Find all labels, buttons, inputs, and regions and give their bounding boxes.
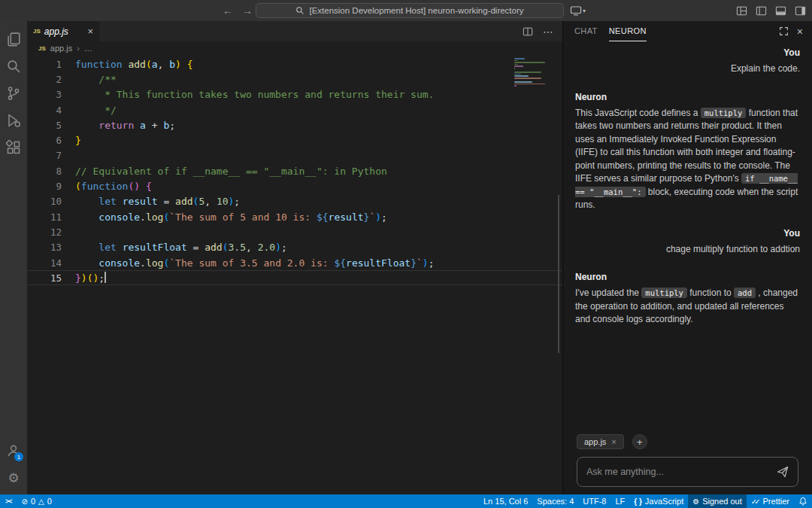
status-label: JavaScript xyxy=(645,497,683,506)
braces-icon: { } xyxy=(634,497,642,506)
code-line[interactable]: 10 let result = add(5, 10); xyxy=(27,194,562,209)
send-icon[interactable] xyxy=(777,466,789,478)
settings-gear-icon[interactable]: ⚙ xyxy=(0,464,27,491)
js-file-icon: JS xyxy=(38,45,46,52)
minimap[interactable] xyxy=(514,58,550,87)
js-file-icon: JS xyxy=(33,28,41,35)
text-cursor xyxy=(105,272,106,283)
tab-chat[interactable]: CHAT xyxy=(574,21,598,41)
code-line[interactable]: 4 */ xyxy=(27,102,562,117)
chat-input[interactable] xyxy=(586,467,777,477)
message-author: Neuron xyxy=(575,272,800,282)
status-encoding[interactable]: UTF-8 xyxy=(578,494,611,508)
search-sidebar-icon[interactable] xyxy=(0,53,27,80)
code-line-content: */ xyxy=(75,105,117,116)
remote-indicator[interactable]: >< xyxy=(0,494,17,508)
activity-bar: 1 ⚙ xyxy=(0,21,27,494)
code-line-content: * This function takes two numbers and re… xyxy=(75,89,434,100)
line-number: 1 xyxy=(27,59,62,70)
close-panel-icon[interactable]: × xyxy=(797,26,803,37)
line-number: 2 xyxy=(27,74,62,85)
tab-label: app.js xyxy=(44,26,68,37)
back-button[interactable]: ← xyxy=(223,5,233,17)
tab-neuron[interactable]: NEURON xyxy=(609,21,647,41)
tab-bar: JS app.js × ⋯ xyxy=(27,21,562,41)
context-chip-label: app.js xyxy=(584,437,606,446)
command-center-search[interactable]: [Extension Development Host] neuron-work… xyxy=(256,3,564,18)
code-line[interactable]: 9(function() { xyxy=(27,178,562,193)
breadcrumb[interactable]: JS app.js › … xyxy=(27,41,562,55)
customize-layout-icon[interactable] xyxy=(736,5,747,17)
status-indentation[interactable]: Spaces: 4 xyxy=(532,494,578,508)
remove-context-icon[interactable]: × xyxy=(611,438,616,446)
workbench: 1 ⚙ JS app.js × ⋯ JS app.js xyxy=(0,21,812,494)
toggle-secondary-sidebar-icon[interactable] xyxy=(795,5,806,17)
status-label: Spaces: 4 xyxy=(537,497,574,506)
status-language-mode[interactable]: { }JavaScript xyxy=(629,494,688,508)
more-actions-icon[interactable]: ⋯ xyxy=(543,26,553,38)
minimap-line xyxy=(514,84,545,85)
code-line[interactable]: 5 return a + b; xyxy=(27,117,562,132)
chat-footer: app.js × + xyxy=(563,434,812,494)
gear-icon: ⚙ xyxy=(692,497,699,506)
panel-header: CHAT NEURON × xyxy=(563,21,812,41)
breadcrumb-more[interactable]: … xyxy=(84,44,92,53)
code-line[interactable]: 15})(); xyxy=(27,270,562,285)
toggle-primary-sidebar-icon[interactable] xyxy=(756,5,767,17)
error-icon: ⊘ xyxy=(22,497,28,506)
code-line[interactable]: 2 /** xyxy=(27,71,562,87)
line-number: 12 xyxy=(27,227,62,238)
code-line-content: function add(a, b) { xyxy=(75,59,193,70)
extensions-icon[interactable] xyxy=(0,134,27,161)
code-line[interactable]: 12 xyxy=(27,224,562,239)
status-label: LF xyxy=(615,497,625,506)
inline-code-chip: multiply xyxy=(701,108,747,118)
status-problems[interactable]: ⊘ 0 △ 0 xyxy=(17,494,56,508)
chat-message-assistant: NeuronI've updated the multiply function… xyxy=(575,272,800,327)
context-chip-appjs[interactable]: app.js × xyxy=(577,434,624,449)
code-line[interactable]: 13 let resultFloat = add(3.5, 2.0); xyxy=(27,240,562,255)
scrollbar[interactable] xyxy=(558,195,559,353)
add-context-button[interactable]: + xyxy=(632,434,647,449)
status-signed-out[interactable]: ⚙Signed out xyxy=(688,494,747,508)
tab-close-icon[interactable]: × xyxy=(87,26,93,37)
status-cursor-position[interactable]: Ln 15, Col 6 xyxy=(479,494,532,508)
code-line[interactable]: 3 * This function takes two numbers and … xyxy=(27,87,562,102)
minimap-line xyxy=(514,81,532,83)
inline-code-chip: add xyxy=(734,287,756,298)
status-prettier[interactable]: ✓✓Prettier xyxy=(747,494,794,508)
screencast-button[interactable]: ▾ xyxy=(570,0,586,21)
code-line[interactable]: 1function add(a, b) { xyxy=(27,56,562,71)
code-line[interactable]: 14 console.log(`The sum of 3.5 and 2.0 i… xyxy=(27,255,562,270)
expand-panel-icon[interactable] xyxy=(779,26,789,36)
split-editor-icon[interactable] xyxy=(523,26,533,37)
tab-appjs[interactable]: JS app.js × xyxy=(27,21,99,41)
code-line-content: return a + b; xyxy=(75,120,175,131)
line-number: 10 xyxy=(27,196,62,207)
code-line[interactable]: 8// Equivalent of if __name__ == "__main… xyxy=(27,163,562,178)
minimap-line xyxy=(514,65,523,67)
forward-button[interactable]: → xyxy=(242,5,253,17)
minimap-line xyxy=(514,78,541,79)
editor-actions: ⋯ xyxy=(523,21,562,41)
message-author: You xyxy=(575,228,800,239)
explorer-icon[interactable] xyxy=(0,26,27,53)
status-eol[interactable]: LF xyxy=(611,494,629,508)
line-number: 6 xyxy=(27,135,62,146)
accounts-icon[interactable]: 1 xyxy=(0,437,27,464)
toggle-panel-icon[interactable] xyxy=(775,5,786,17)
minimap-line xyxy=(514,60,518,62)
source-control-icon[interactable] xyxy=(0,80,27,107)
line-number: 14 xyxy=(27,257,62,269)
line-number: 5 xyxy=(27,120,62,131)
code-editor[interactable]: 1function add(a, b) {2 /**3 * This funct… xyxy=(27,55,562,494)
code-line[interactable]: 7 xyxy=(27,148,562,163)
notifications-bell[interactable] xyxy=(794,494,812,508)
run-debug-icon[interactable] xyxy=(0,107,27,134)
breadcrumb-file[interactable]: app.js xyxy=(50,44,72,53)
code-line[interactable]: 6} xyxy=(27,132,562,148)
code-line[interactable]: 11 console.log(`The sum of 5 and 10 is: … xyxy=(27,209,562,224)
history-nav: ← → xyxy=(223,0,253,21)
screencast-icon xyxy=(570,5,582,17)
message-body: This JavaScript code defines a multiply … xyxy=(575,107,800,212)
